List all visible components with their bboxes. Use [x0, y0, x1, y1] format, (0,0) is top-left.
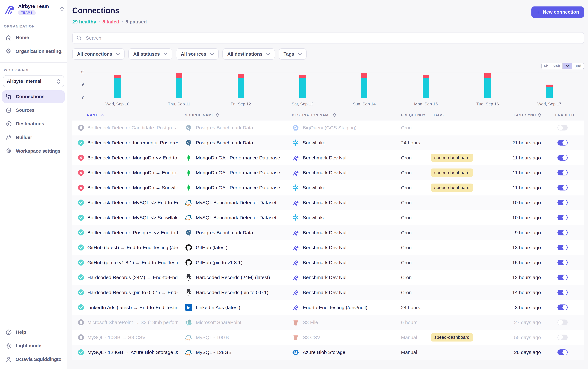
- sidebar-item-label: Organization settings: [16, 49, 61, 54]
- column-header-enabled: ENABLED: [544, 113, 584, 117]
- time-range-6h[interactable]: 6h: [542, 63, 551, 69]
- enabled-toggle[interactable]: [558, 245, 568, 250]
- enabled-toggle[interactable]: [558, 260, 568, 265]
- connection-name: Hardcoded Records (24M) → End-to-End Te.…: [87, 275, 178, 280]
- table-row-hardcoded-records-pin-to-0-0[interactable]: Hardcoded Records (pin to 0.0.1) → End-t…: [72, 285, 584, 300]
- column-header-last-sync[interactable]: LAST SYNC: [486, 113, 544, 117]
- toggle-knob: [562, 290, 567, 295]
- source-name: Postgres Benchmark Data: [196, 140, 253, 145]
- table-row-microsoft-sharepoint-s3-13m[interactable]: Microsoft SharePoint → S3 (13mb performa…: [72, 315, 584, 330]
- source-name: Postgres Benchmark Data: [196, 125, 253, 131]
- wrench-icon: [5, 134, 12, 141]
- status-healthy-icon: [78, 259, 84, 266]
- filter-dropdown-tags[interactable]: Tags: [279, 48, 307, 60]
- enabled-toggle[interactable]: [558, 290, 568, 295]
- status-healthy-icon: [78, 200, 84, 205]
- status-failed-icon: [78, 185, 84, 191]
- enabled-toggle[interactable]: [558, 349, 568, 355]
- last-sync: 21 hours ago: [486, 140, 544, 145]
- sidebar-item-label: Builder: [16, 135, 32, 140]
- sidebar-item-label: Workspace settings: [16, 148, 60, 154]
- org-switcher-icon[interactable]: [60, 7, 64, 12]
- enabled-toggle[interactable]: [558, 185, 568, 191]
- sidebar-item-connections[interactable]: Connections: [2, 90, 65, 103]
- filter-dropdown-all-connections[interactable]: All connections: [72, 48, 125, 60]
- stacked-bar-thu-sep-11: [176, 73, 182, 98]
- table-row-mysql-10gb-s3-csv[interactable]: MySQL - 10GB → S3 CSVMySQLMySQL - 10GBS3…: [72, 330, 584, 345]
- filter-dropdown-all-statuses[interactable]: All statuses: [128, 48, 172, 60]
- table-row-bottleneck-detector-mongodb[interactable]: Bottleneck Detector: MongoDb → End-to-En…: [72, 165, 584, 180]
- stacked-bar-sun-sep-14: [361, 73, 368, 98]
- search-input[interactable]: [85, 35, 580, 41]
- chart-bar-slot: [210, 72, 272, 98]
- enabled-toggle[interactable]: [558, 125, 568, 131]
- toggle-knob: [562, 275, 567, 280]
- enabled-toggle[interactable]: [558, 215, 568, 220]
- table-row-bottleneck-detector-increment[interactable]: Bottleneck Detector: Incremental Postgre…: [72, 135, 584, 150]
- column-header-name[interactable]: NAME: [72, 113, 178, 117]
- enabled-toggle[interactable]: [558, 230, 568, 236]
- source-name: GitHub (latest): [196, 245, 227, 250]
- home-icon: [5, 34, 12, 41]
- table-row-bottleneck-detector-mongodb[interactable]: Bottleneck Detector: MongoDb → Snowflake…: [72, 180, 584, 195]
- table-row-hardcoded-records-24m-end[interactable]: Hardcoded Records (24M) → End-to-End Te.…: [72, 270, 584, 285]
- table-row-bottleneck-detector-mysql[interactable]: Bottleneck Detector: MySQL <> SnowflakeM…: [72, 210, 584, 225]
- sidebar-item-sources[interactable]: Sources: [2, 104, 65, 116]
- x-axis-label: Tue, Sep 16: [457, 102, 518, 106]
- sidebar-item-organization-settings[interactable]: Organization settings: [2, 45, 65, 58]
- column-header-source-name[interactable]: SOURCE NAME: [178, 113, 288, 117]
- sidebar-item-help[interactable]: Help: [2, 326, 65, 338]
- time-range-24h[interactable]: 24h: [551, 63, 562, 69]
- filter-dropdown-all-destinations[interactable]: All destinations: [222, 48, 275, 60]
- table-row-bottleneck-detector-candidate[interactable]: Bottleneck Detector Candidate: Postgres …: [72, 120, 584, 135]
- enabled-toggle[interactable]: [558, 335, 568, 340]
- connection-name: Bottleneck Detector Candidate: Postgres …: [87, 125, 178, 131]
- org-header[interactable]: Airbyte Team TEAMS: [0, 0, 67, 19]
- table-row-bottleneck-detector-postgres[interactable]: Bottleneck Detector: Postgres <> End-to-…: [72, 225, 584, 240]
- enabled-toggle[interactable]: [558, 200, 568, 205]
- table-row-mysql-128gb-azure-blob-sto[interactable]: MySQL - 128GB → Azure Blob Storage JSOn …: [72, 345, 584, 360]
- sidebar-item-builder[interactable]: Builder: [2, 131, 65, 144]
- filter-dropdown-all-sources[interactable]: All sources: [176, 48, 219, 60]
- org-name: Airbyte Team: [18, 3, 49, 9]
- time-range-7d[interactable]: 7d: [562, 63, 572, 69]
- new-connection-button[interactable]: + New connection: [531, 7, 584, 18]
- enabled-toggle[interactable]: [558, 275, 568, 280]
- stacked-bar-wed-sep-17: [546, 85, 553, 98]
- workspace-selector[interactable]: Airbyte Internal: [3, 75, 64, 87]
- github-icon: [185, 259, 192, 266]
- table-row-linkedin-ads-latest-end-to[interactable]: LinkedIn Ads (latest) → End-to-End Testi…: [72, 300, 584, 315]
- enabled-toggle[interactable]: [558, 305, 568, 310]
- sync-history-chart: 01632 Wed, Sep 10Thu, Sep 11Fri, Sep 12S…: [72, 70, 584, 106]
- destination-name: Snowflake: [303, 215, 325, 220]
- toggle-knob: [562, 155, 567, 160]
- status-healthy-icon: [78, 140, 84, 146]
- time-range-30d[interactable]: 30d: [572, 63, 584, 69]
- table-row-bottleneck-detector-mysql[interactable]: Bottleneck Detector: MySQL <> End-to-End…: [72, 195, 584, 210]
- enabled-toggle[interactable]: [558, 170, 568, 175]
- table-row-github-pin-to-v1-8-1-end-t[interactable]: GitHub (pin to v1.8.1) → End-to-End Test…: [72, 255, 584, 270]
- table-row-github-latest-end-to-end-t[interactable]: GitHub (latest) → End-to-End Testing (/d…: [72, 240, 584, 255]
- sidebar-item-workspace-settings[interactable]: Workspace settings: [2, 145, 65, 157]
- mysql-icon: MySQL: [185, 349, 192, 356]
- toggle-knob: [562, 260, 567, 265]
- sidebar-item-label: Home: [16, 35, 29, 40]
- status-paused-icon: [78, 319, 84, 325]
- enabled-toggle[interactable]: [558, 140, 568, 145]
- airbyte-icon: [292, 229, 299, 236]
- chart-bar-slot: [333, 72, 395, 98]
- toggle-knob: [562, 215, 567, 220]
- s3-icon: [292, 334, 299, 341]
- sidebar-item-home[interactable]: Home: [2, 31, 65, 44]
- sidebar-item-octavia-squiddington[interactable]: Octavia Squiddington: [2, 353, 65, 366]
- enabled-toggle[interactable]: [558, 319, 568, 325]
- sidebar-item-destinations[interactable]: Destinations: [2, 118, 65, 130]
- chart-bar-slot: [87, 72, 148, 98]
- destination-name: Benchmark Dev Null: [303, 275, 348, 280]
- column-header-destination-name[interactable]: DESTINATION NAME: [288, 113, 395, 117]
- sidebar-item-light-mode[interactable]: Light mode: [2, 339, 65, 352]
- table-row-bottleneck-detector-mongodb[interactable]: Bottleneck Detector: MongoDb <> End-to-E…: [72, 150, 584, 165]
- enabled-toggle[interactable]: [558, 155, 568, 161]
- bar-segment-failed: [546, 85, 553, 87]
- column-header-tags: TAGS: [428, 113, 486, 117]
